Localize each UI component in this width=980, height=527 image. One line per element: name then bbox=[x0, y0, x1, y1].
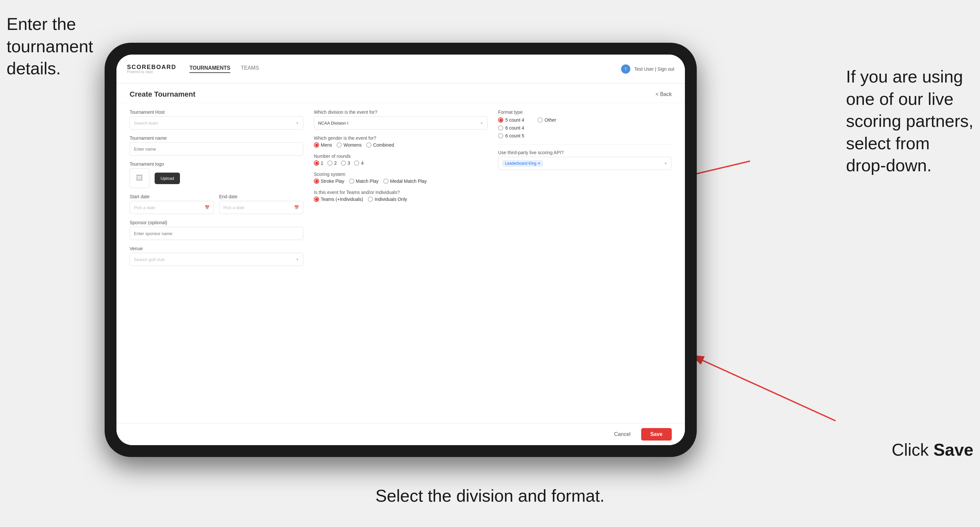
form-col-1: Tournament Host Search team ▼ Tournament… bbox=[130, 110, 303, 272]
gender-mens[interactable]: Mens bbox=[314, 142, 332, 148]
tag-close-icon[interactable]: ✕ bbox=[538, 162, 541, 166]
tag-leaderboard-king: Leaderboard King ✕ bbox=[502, 160, 543, 167]
third-party-chevron: ▼ bbox=[664, 162, 668, 165]
division-label: Which division is the event for? bbox=[314, 110, 488, 115]
brand-subtitle: Powered by clippi bbox=[127, 70, 176, 74]
gender-options: Mens Womens Combined bbox=[314, 142, 488, 148]
third-party-label: Use third-party live scoring API? bbox=[498, 150, 672, 155]
nav-teams[interactable]: TEAMS bbox=[241, 65, 259, 73]
page-title: Create Tournament bbox=[130, 90, 196, 98]
upload-button[interactable]: Upload bbox=[154, 173, 180, 184]
third-party-input[interactable]: Leaderboard King ✕ ▼ bbox=[498, 157, 672, 170]
rounds-options: 1 2 3 4 bbox=[314, 160, 488, 166]
nav-right: T Test User | Sign out bbox=[621, 64, 675, 74]
format-type-group: Format type 5 count 4 Other bbox=[498, 110, 672, 138]
brand-title: SCOREBOARD bbox=[127, 64, 176, 70]
tournament-name-group: Tournament name bbox=[130, 135, 303, 156]
form-footer: Cancel Save bbox=[116, 423, 685, 445]
gender-womens[interactable]: Womens bbox=[337, 142, 361, 148]
format-row-1: 5 count 4 Other bbox=[498, 117, 672, 123]
logo-upload-row: 🖼 Upload bbox=[130, 168, 303, 188]
date-row: Start date Pick a date 📅 End date Pick a… bbox=[130, 194, 303, 214]
nav-tournaments[interactable]: TOURNAMENTS bbox=[189, 65, 230, 73]
tablet-frame: SCOREBOARD Powered by clippi TOURNAMENTS… bbox=[105, 43, 697, 457]
venue-input[interactable]: Search golf club ▼ bbox=[130, 253, 303, 266]
logo-placeholder: 🖼 bbox=[130, 168, 150, 188]
navbar: SCOREBOARD Powered by clippi TOURNAMENTS… bbox=[116, 55, 685, 84]
division-select[interactable]: NCAA Division I ▼ bbox=[314, 116, 488, 130]
individuals-only[interactable]: Individuals Only bbox=[368, 197, 407, 202]
rounds-4[interactable]: 4 bbox=[354, 160, 364, 166]
format-6count4[interactable]: 6 count 4 bbox=[498, 125, 672, 130]
division-group: Which division is the event for? NCAA Di… bbox=[314, 110, 488, 130]
annotation-bottom-right: Click Save bbox=[891, 439, 974, 461]
page-content: Create Tournament < Back Tournament Host… bbox=[116, 84, 685, 423]
end-date-label: End date bbox=[219, 194, 303, 199]
rounds-label: Number of rounds bbox=[314, 154, 488, 159]
tournament-logo-group: Tournament logo 🖼 Upload bbox=[130, 162, 303, 188]
venue-group: Venue Search golf club ▼ bbox=[130, 246, 303, 266]
format-options: 5 count 4 Other 6 count 4 bbox=[498, 117, 672, 138]
gender-combined[interactable]: Combined bbox=[366, 142, 394, 148]
tournament-host-input[interactable]: Search team ▼ bbox=[130, 116, 303, 130]
format-6count5[interactable]: 6 count 5 bbox=[498, 133, 672, 138]
nav-links: TOURNAMENTS TEAMS bbox=[189, 65, 621, 73]
back-button[interactable]: < Back bbox=[655, 91, 672, 97]
rounds-2[interactable]: 2 bbox=[327, 160, 337, 166]
teams-options: Teams (+Individuals) Individuals Only bbox=[314, 197, 488, 202]
form-body: Tournament Host Search team ▼ Tournament… bbox=[116, 103, 685, 278]
start-date-group: Start date Pick a date 📅 bbox=[130, 194, 214, 214]
rounds-1[interactable]: 1 bbox=[314, 160, 323, 166]
scoring-options: Stroke Play Match Play Medal Match Play bbox=[314, 178, 488, 184]
sponsor-input[interactable] bbox=[130, 227, 303, 240]
tournament-host-group: Tournament Host Search team ▼ bbox=[130, 110, 303, 130]
user-info[interactable]: Test User | Sign out bbox=[634, 67, 675, 71]
end-date-input[interactable]: Pick a date 📅 bbox=[219, 201, 303, 214]
gender-label: Which gender is the event for? bbox=[314, 135, 488, 141]
start-date-input[interactable]: Pick a date 📅 bbox=[130, 201, 214, 214]
format-other[interactable]: Other bbox=[538, 117, 556, 123]
end-date-group: End date Pick a date 📅 bbox=[219, 194, 303, 214]
annotation-top-right: If you are using one of our live scoring… bbox=[846, 66, 974, 177]
scoring-match[interactable]: Match Play bbox=[349, 178, 379, 184]
rounds-3[interactable]: 3 bbox=[341, 160, 350, 166]
brand: SCOREBOARD Powered by clippi bbox=[127, 64, 176, 74]
gender-group: Which gender is the event for? Mens Wome… bbox=[314, 135, 488, 148]
tournament-host-label: Tournament Host bbox=[130, 110, 303, 115]
format-type-label: Format type bbox=[498, 110, 672, 115]
form-col-3: Format type 5 count 4 Other bbox=[498, 110, 672, 272]
third-party-group: Use third-party live scoring API? Leader… bbox=[498, 150, 672, 170]
user-avatar: T bbox=[621, 64, 630, 74]
scoring-group: Scoring system Stroke Play Match Play bbox=[314, 171, 488, 184]
scoring-medal[interactable]: Medal Match Play bbox=[383, 178, 427, 184]
rounds-group: Number of rounds 1 2 bbox=[314, 154, 488, 166]
form-col-2: Which division is the event for? NCAA Di… bbox=[314, 110, 488, 272]
tournament-name-input[interactable] bbox=[130, 142, 303, 156]
venue-label: Venue bbox=[130, 246, 303, 251]
teams-plus-individuals[interactable]: Teams (+Individuals) bbox=[314, 197, 363, 202]
annotation-top-left: Enter the tournament details. bbox=[6, 13, 93, 80]
tournament-name-label: Tournament name bbox=[130, 135, 303, 141]
scoring-stroke[interactable]: Stroke Play bbox=[314, 178, 344, 184]
teams-group: Is this event for Teams and/or Individua… bbox=[314, 190, 488, 202]
tablet-screen: SCOREBOARD Powered by clippi TOURNAMENTS… bbox=[116, 55, 685, 445]
sponsor-label: Sponsor (optional) bbox=[130, 220, 303, 225]
annotation-bottom-center: Select the division and format. bbox=[375, 485, 605, 507]
format-5count4[interactable]: 5 count 4 bbox=[498, 117, 524, 123]
save-button[interactable]: Save bbox=[641, 428, 672, 441]
start-date-label: Start date bbox=[130, 194, 214, 199]
sponsor-group: Sponsor (optional) bbox=[130, 220, 303, 240]
scoring-label: Scoring system bbox=[314, 171, 488, 177]
teams-label: Is this event for Teams and/or Individua… bbox=[314, 190, 488, 195]
cancel-button[interactable]: Cancel bbox=[609, 428, 636, 441]
tournament-logo-label: Tournament logo bbox=[130, 162, 303, 167]
page-header: Create Tournament < Back bbox=[116, 84, 685, 103]
